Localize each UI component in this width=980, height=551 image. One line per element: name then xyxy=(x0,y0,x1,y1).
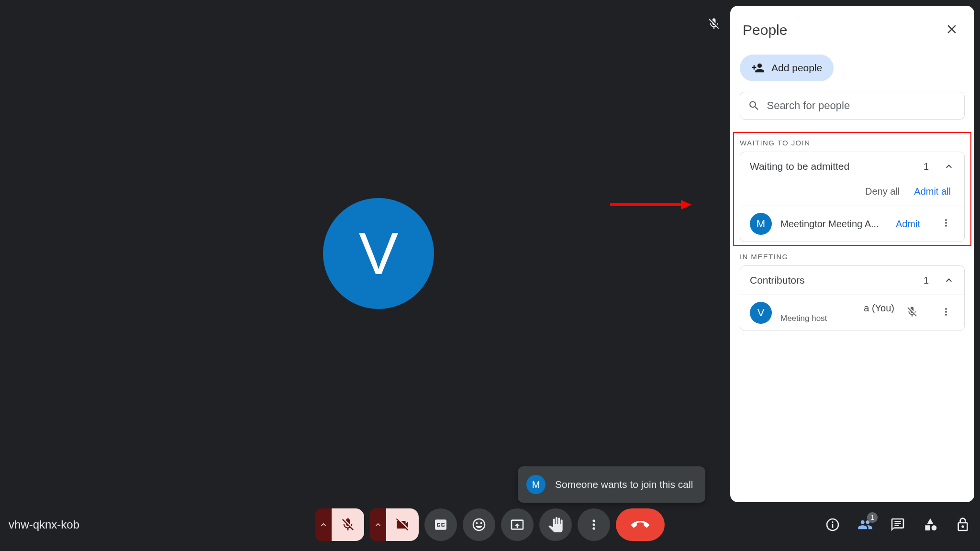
meeting-code: vhw-qknx-kob xyxy=(9,518,79,531)
leave-call-button[interactable] xyxy=(616,508,665,541)
chevron-up-icon xyxy=(943,161,955,172)
chat-button[interactable] xyxy=(888,515,907,534)
search-box[interactable] xyxy=(740,92,965,120)
captions-button[interactable] xyxy=(424,508,457,541)
deny-all-button[interactable]: Deny all xyxy=(865,186,900,197)
raise-hand-button[interactable] xyxy=(539,508,572,541)
close-icon xyxy=(945,22,959,36)
chevron-up-icon xyxy=(373,520,383,529)
person-name: Meetingtor Meeting A... xyxy=(780,219,887,230)
participant-avatar-large: V xyxy=(323,198,434,309)
center-controls xyxy=(315,508,665,541)
more-vert-icon xyxy=(586,517,601,532)
annotation-highlight: WAITING TO JOIN Waiting to be admitted 1… xyxy=(733,132,971,246)
waiting-card-title: Waiting to be admitted xyxy=(750,161,924,172)
toast-text: Someone wants to join this call xyxy=(555,479,693,490)
contributor-name: a (You) xyxy=(780,303,897,314)
contributors-header[interactable]: Contributors 1 xyxy=(740,266,964,295)
chat-icon xyxy=(890,517,905,532)
people-button[interactable]: 1 xyxy=(856,515,875,534)
contributors-card: Contributors 1 V a (You) Meeting host xyxy=(740,265,965,331)
chevron-up-icon xyxy=(943,275,955,286)
captions-icon xyxy=(433,517,448,532)
activities-button[interactable] xyxy=(921,515,940,534)
more-vert-icon xyxy=(940,217,952,229)
person-more-button[interactable] xyxy=(937,214,955,233)
mic-toggle-button[interactable] xyxy=(332,508,364,541)
shapes-icon xyxy=(923,517,938,532)
contributors-count: 1 xyxy=(924,275,929,286)
people-panel: People Add people WAITING TO JOIN Waitin… xyxy=(730,6,974,502)
more-options-button[interactable] xyxy=(578,508,610,541)
annotation-arrow xyxy=(610,200,691,209)
panel-title: People xyxy=(743,22,787,38)
search-input[interactable] xyxy=(767,99,957,112)
contributor-role: Meeting host xyxy=(780,314,897,323)
contributor-mic-muted-icon xyxy=(906,306,918,320)
mic-off-icon xyxy=(340,517,356,532)
waiting-section-label: WAITING TO JOIN xyxy=(740,139,965,147)
bottom-bar: vhw-qknx-kob xyxy=(0,498,980,551)
lock-icon xyxy=(955,517,970,532)
add-people-button[interactable]: Add people xyxy=(740,55,834,81)
info-icon xyxy=(825,517,840,532)
hand-icon xyxy=(548,517,563,532)
waiting-card-count: 1 xyxy=(924,161,929,172)
contributor-more-button[interactable] xyxy=(937,303,955,322)
call-end-icon xyxy=(631,516,649,534)
admit-all-button[interactable]: Admit all xyxy=(914,186,951,197)
contributor-row: V a (You) Meeting host xyxy=(740,295,964,331)
waiting-card-header[interactable]: Waiting to be admitted 1 xyxy=(740,152,964,181)
camera-options-button[interactable] xyxy=(370,508,386,541)
camera-off-icon xyxy=(395,517,410,532)
right-controls: 1 xyxy=(823,515,972,534)
waiting-card: Waiting to be admitted 1 Deny all Admit … xyxy=(740,152,965,242)
admit-button[interactable]: Admit xyxy=(896,219,920,230)
reactions-button[interactable] xyxy=(463,508,495,541)
search-icon xyxy=(748,99,760,112)
more-vert-icon xyxy=(940,306,952,318)
in-meeting-label: IN MEETING xyxy=(740,253,965,261)
toast-avatar: M xyxy=(526,475,546,494)
join-request-toast[interactable]: M Someone wants to join this call xyxy=(518,466,705,503)
add-people-label: Add people xyxy=(771,62,822,74)
person-avatar: M xyxy=(750,213,772,235)
mic-muted-icon xyxy=(707,17,721,33)
avatar-initial: V xyxy=(359,220,399,287)
people-count-badge: 1 xyxy=(867,512,878,523)
person-avatar: V xyxy=(750,302,772,324)
waiting-person-row: M Meetingtor Meeting A... Admit xyxy=(740,206,964,242)
info-button[interactable] xyxy=(823,515,842,534)
host-controls-button[interactable] xyxy=(953,515,972,534)
chevron-up-icon xyxy=(319,520,328,529)
emoji-icon xyxy=(471,517,487,532)
person-add-icon xyxy=(751,61,765,75)
camera-toggle-button[interactable] xyxy=(386,508,419,541)
contributors-title: Contributors xyxy=(750,275,924,286)
mic-options-button[interactable] xyxy=(315,508,332,541)
close-panel-button[interactable] xyxy=(942,19,962,41)
present-button[interactable] xyxy=(501,508,534,541)
video-main-area: V M Someone wants to join this call xyxy=(0,0,727,551)
present-icon xyxy=(510,517,525,532)
